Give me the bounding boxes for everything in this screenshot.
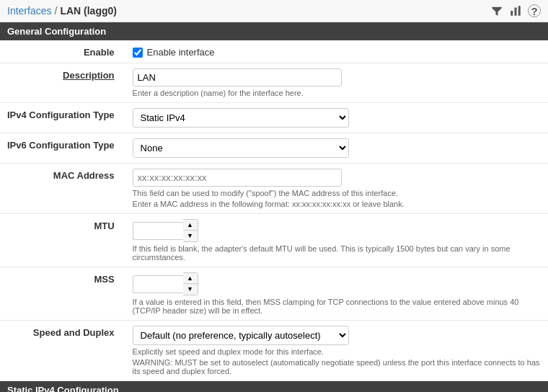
speed-note1: Explicitly set speed and duplex mode for…	[133, 347, 541, 356]
mac-label: MAC Address	[0, 164, 125, 214]
enable-checkbox-label: Enable interface	[147, 47, 215, 58]
mss-label: MSS	[0, 267, 125, 321]
ipv6-type-label: IPv6 Configuration Type	[0, 133, 125, 164]
breadcrumb-current: LAN (lagg0)	[60, 5, 117, 17]
mtu-input[interactable]	[133, 222, 183, 240]
mtu-note: If this field is blank, the adapter's de…	[133, 244, 541, 262]
mss-stepper: ▲ ▼	[183, 272, 198, 295]
ipv6-type-row: IPv6 Configuration Type None Static IPv6…	[0, 133, 548, 164]
top-bar: Interfaces / LAN (lagg0) ?	[0, 0, 548, 22]
description-note: Enter a description (name) for the inter…	[133, 89, 541, 97]
enable-label: Enable	[0, 40, 125, 63]
breadcrumb-separator: /	[54, 5, 57, 17]
mtu-value: ▲ ▼ If this field is blank, the adapter'…	[125, 214, 548, 267]
speed-duplex-select[interactable]: Default (no preference, typically autose…	[133, 326, 349, 345]
mac-input[interactable]	[133, 169, 342, 187]
mss-value: ▲ ▼ If a value is entered in this field,…	[125, 267, 548, 321]
speed-duplex-label: Speed and Duplex	[0, 321, 125, 381]
enable-checkbox[interactable]	[133, 48, 143, 58]
static-ipv4-header: Static IPv4 Configuration	[0, 381, 548, 392]
general-config-table: Enable Enable interface Description Ente…	[0, 40, 548, 381]
enable-row: Enable Enable interface	[0, 40, 548, 63]
svg-rect-2	[518, 6, 521, 16]
mtu-row: MTU ▲ ▼ If this field is blank, the adap…	[0, 214, 548, 267]
mss-up-button[interactable]: ▲	[183, 273, 198, 284]
mtu-stepper: ▲ ▼	[183, 219, 198, 242]
mss-down-button[interactable]: ▼	[183, 284, 198, 295]
mac-row: MAC Address This field can be used to mo…	[0, 164, 548, 214]
breadcrumb-parent[interactable]: Interfaces	[7, 5, 51, 17]
top-bar-actions: ?	[490, 4, 541, 17]
breadcrumb: Interfaces / LAN (lagg0)	[7, 5, 117, 17]
mtu-label: MTU	[0, 214, 125, 267]
ipv4-type-row: IPv4 Configuration Type Static IPv4 None…	[0, 103, 548, 133]
mtu-down-button[interactable]: ▼	[183, 231, 198, 241]
general-config-header: General Configuration	[0, 22, 548, 40]
speed-duplex-row: Speed and Duplex Default (no preference,…	[0, 321, 548, 381]
enable-value: Enable interface	[125, 40, 548, 63]
description-row: Description Enter a description (name) f…	[0, 63, 548, 103]
help-icon[interactable]: ?	[528, 4, 541, 17]
mac-note2: Enter a MAC address in the following for…	[133, 200, 541, 208]
description-input[interactable]	[133, 68, 342, 86]
mac-note1: This field can be used to modify ("spoof…	[133, 189, 541, 197]
ipv4-type-label: IPv4 Configuration Type	[0, 103, 125, 133]
ipv4-type-select[interactable]: Static IPv4 None DHCP	[133, 108, 349, 128]
description-label: Description	[0, 63, 125, 103]
filter-icon[interactable]	[490, 4, 503, 17]
mss-input[interactable]	[133, 275, 183, 293]
ipv6-type-value: None Static IPv6 DHCPv6	[125, 133, 548, 164]
speed-duplex-value: Default (no preference, typically autose…	[125, 321, 548, 381]
mtu-up-button[interactable]: ▲	[183, 220, 198, 231]
mac-value: This field can be used to modify ("spoof…	[125, 164, 548, 214]
svg-rect-0	[511, 11, 513, 16]
mss-note: If a value is entered in this field, the…	[133, 298, 541, 315]
ipv6-type-select[interactable]: None Static IPv6 DHCPv6	[133, 138, 349, 158]
description-value: Enter a description (name) for the inter…	[125, 63, 548, 103]
svg-rect-1	[515, 8, 517, 16]
chart-icon[interactable]	[509, 4, 522, 17]
ipv4-type-value: Static IPv4 None DHCP	[125, 103, 548, 133]
speed-note2: WARNING: MUST be set to autoselect (auto…	[133, 358, 541, 375]
mss-row: MSS ▲ ▼ If a value is entered in this fi…	[0, 267, 548, 321]
